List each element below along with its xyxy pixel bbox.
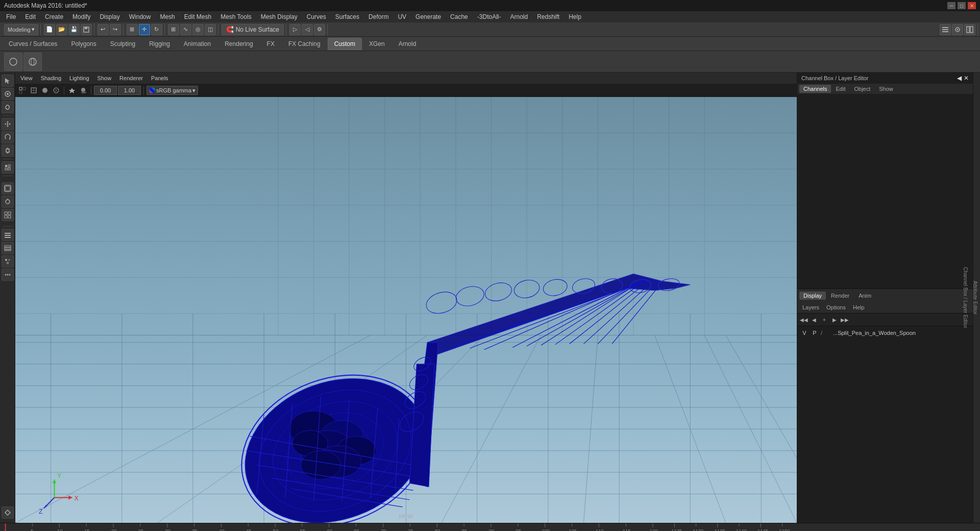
coord-x-input[interactable]	[94, 86, 117, 95]
viewport-menu-panels[interactable]: Panels	[148, 74, 172, 82]
paint-select-button[interactable]	[2, 88, 14, 100]
undo-button[interactable]: ↩	[97, 24, 109, 35]
menu-curves[interactable]: Curves	[303, 12, 330, 21]
vp-shadow-button[interactable]	[78, 85, 88, 95]
quick-layout-button[interactable]	[2, 506, 14, 519]
render-button[interactable]: ▷	[289, 24, 301, 35]
panel-collapse-button[interactable]: ◀	[957, 75, 962, 82]
menu-mesh[interactable]: Mesh	[156, 12, 179, 21]
tab-sculpting[interactable]: Sculpting	[104, 38, 142, 50]
channel-box-tab-vertical[interactable]: Channel Box / Layer Editor	[961, 265, 970, 330]
tab-polygons[interactable]: Polygons	[64, 38, 103, 50]
viewport-menu-view[interactable]: View	[17, 74, 36, 82]
tab-rigging[interactable]: Rigging	[142, 38, 177, 50]
layer-prev-button[interactable]: ◀◀	[799, 315, 808, 324]
panel-close-button[interactable]: ✕	[964, 75, 969, 82]
channel-box-button[interactable]	[940, 24, 951, 35]
tab-xgen[interactable]: XGen	[362, 38, 391, 50]
snap-curve-button[interactable]: ∿	[180, 24, 191, 35]
layers-menu[interactable]: Layers	[799, 303, 822, 311]
menu-deform[interactable]: Deform	[364, 12, 393, 21]
workspace-dropdown[interactable]: Modeling ▾	[4, 24, 38, 35]
color-mode-button[interactable]: sRGB gamma ▾	[146, 86, 198, 95]
menu-surfaces[interactable]: Surfaces	[331, 12, 363, 21]
open-file-button[interactable]: 📂	[56, 24, 67, 35]
menu-edit[interactable]: Edit	[21, 12, 40, 21]
tab-channels[interactable]: Channels	[799, 85, 831, 93]
tool-settings-button[interactable]	[952, 24, 963, 35]
tab-curves-surfaces[interactable]: Curves / Surfaces	[2, 38, 64, 50]
tab-fx[interactable]: FX	[260, 38, 281, 50]
close-button[interactable]: ✕	[968, 2, 976, 9]
vp-shaded-button[interactable]	[40, 85, 50, 95]
menu-mesh-tools[interactable]: Mesh Tools	[216, 12, 255, 21]
new-file-button[interactable]: 📄	[44, 24, 55, 35]
move-tool-left-button[interactable]	[2, 118, 14, 130]
viewport-menu-renderer[interactable]: Renderer	[116, 74, 146, 82]
show-manipulator-button[interactable]	[2, 161, 14, 174]
coord-y-input[interactable]	[118, 86, 141, 95]
particles-button[interactable]	[2, 255, 14, 268]
save-as-button[interactable]	[81, 24, 92, 35]
render-layers-button[interactable]	[2, 242, 14, 254]
layer-add-button[interactable]: +	[820, 315, 829, 324]
menu-redshift[interactable]: Redshift	[533, 12, 564, 21]
select-mode-button[interactable]: ⊞	[127, 24, 138, 35]
render-settings-button[interactable]: ⚙	[314, 24, 325, 35]
save-file-button[interactable]: 💾	[68, 24, 80, 35]
tab-show[interactable]: Show	[875, 85, 897, 93]
live-surface-button[interactable]: 🧲 No Live Surface	[222, 24, 284, 35]
tab-fx-caching[interactable]: FX Caching	[282, 38, 327, 50]
layer-row-0[interactable]: V P / ...Split_Pea_in_a_Woden_Spoon	[798, 327, 972, 339]
tab-arnold[interactable]: Arnold	[392, 38, 423, 50]
rotate-tool-button[interactable]: ↻	[151, 24, 162, 35]
snap-point-button[interactable]: ◎	[192, 24, 204, 35]
help-menu[interactable]: Help	[850, 303, 868, 311]
layers-button[interactable]	[2, 229, 14, 241]
tab-render[interactable]: Render	[827, 292, 853, 300]
viewport-menu-lighting[interactable]: Lighting	[66, 74, 92, 82]
scale-tool-button[interactable]	[2, 144, 14, 157]
options-menu[interactable]: Options	[823, 303, 849, 311]
tab-object[interactable]: Object	[850, 85, 874, 93]
lasso-select-button[interactable]	[2, 101, 14, 113]
vp-lighting-button[interactable]	[67, 85, 77, 95]
move-tool-button[interactable]: ✛	[139, 24, 150, 35]
timeline-ruler[interactable]: 1 5 10 15 20 25 30 35 40 45 50	[0, 523, 804, 532]
snap-surface-button[interactable]: ◫	[205, 24, 216, 35]
misc-button[interactable]	[2, 269, 14, 281]
grid-button[interactable]	[2, 209, 14, 221]
soft-select-button[interactable]	[2, 182, 14, 195]
tab-anim[interactable]: Anim	[854, 292, 875, 300]
menu-modify[interactable]: Modify	[68, 12, 94, 21]
tab-display[interactable]: Display	[799, 292, 826, 300]
redo-button[interactable]: ↪	[110, 24, 121, 35]
viewport-menu-shading[interactable]: Shading	[38, 74, 64, 82]
attribute-editor-button[interactable]	[964, 24, 975, 35]
vp-select-mode-button[interactable]	[17, 85, 28, 95]
menu-3dtoa[interactable]: -3DtoAll-	[473, 12, 505, 21]
menu-help[interactable]: Help	[565, 12, 585, 21]
spoon-object[interactable]: X Y Z	[15, 97, 797, 523]
shelf-icon-circle[interactable]	[4, 53, 22, 71]
viewport-canvas[interactable]: X Y Z persp	[15, 97, 797, 523]
tab-edit[interactable]: Edit	[831, 85, 849, 93]
shelf-icon-sphere[interactable]	[23, 53, 42, 71]
menu-display[interactable]: Display	[95, 12, 124, 21]
vp-textured-button[interactable]	[51, 85, 61, 95]
menu-cache[interactable]: Cache	[446, 12, 472, 21]
menu-create[interactable]: Create	[41, 12, 67, 21]
menu-mesh-display[interactable]: Mesh Display	[257, 12, 302, 21]
select-tool-button[interactable]	[2, 75, 14, 87]
rotate-tool-left-button[interactable]	[2, 131, 14, 143]
menu-file[interactable]: File	[2, 12, 20, 21]
ipr-button[interactable]: ◁	[302, 24, 313, 35]
snap-grid-button[interactable]: ⊞	[168, 24, 179, 35]
layer-step-prev-button[interactable]: ◀	[810, 315, 819, 324]
sculpt-button[interactable]	[2, 196, 14, 208]
layer-step-next-button[interactable]: ▶	[830, 315, 839, 324]
layer-next-button[interactable]: ▶▶	[840, 315, 849, 324]
tab-custom[interactable]: Custom	[328, 38, 362, 50]
vp-wireframe-button[interactable]	[29, 85, 39, 95]
menu-arnold[interactable]: Arnold	[506, 12, 532, 21]
